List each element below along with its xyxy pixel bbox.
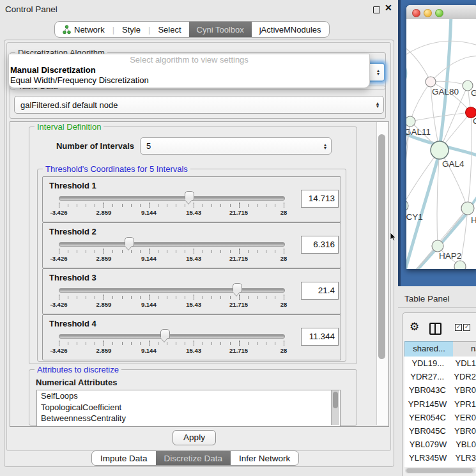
slider-minor-ticks [59, 296, 284, 299]
horizontal-scrollbar[interactable] [405, 468, 475, 473]
tab-select[interactable]: Select [150, 22, 188, 37]
threshold-slider-track[interactable] [59, 334, 285, 339]
table-row[interactable]: YLR345WYLR3 [404, 451, 476, 464]
threshold-value-field[interactable]: 11.344 [301, 328, 339, 346]
tab-impute-data[interactable]: Impute Data [92, 451, 156, 465]
network-canvas[interactable]: GAL80 GA C GAL11 GAL4 GCY1 H HAP2 [406, 19, 476, 269]
close-icon[interactable]: ✕ [385, 3, 392, 13]
threshold-label: Threshold 3 [49, 273, 96, 282]
checkbox-checked-icon[interactable]: ✓ [455, 324, 462, 331]
network-window-titlebar[interactable] [406, 5, 476, 20]
tick-label: 2.859 [96, 255, 112, 262]
tick-label: 9.144 [141, 347, 157, 354]
tick-label: 21.715 [229, 209, 248, 216]
table-row[interactable]: YIL053CYIL0 [404, 465, 476, 468]
tick-label: 15.43 [186, 347, 201, 354]
menu-item-equal-width-frequency[interactable]: Equal Width/Frequency Discretization [9, 75, 369, 86]
tick-label: -3.426 [50, 301, 68, 308]
node-gal4[interactable] [431, 141, 449, 159]
float-window-icon[interactable] [373, 6, 380, 13]
tab-style[interactable]: Style | [114, 22, 150, 37]
table-row[interactable]: YDL19...YDL1 [404, 357, 476, 370]
tick-label: 28 [280, 209, 288, 216]
tick-label: 28 [280, 255, 288, 262]
threshold-panel-2: Threshold 2 -3.426 2.859 9.144 15.43 21.… [42, 222, 341, 268]
node-label: GA [471, 88, 476, 98]
threshold-value-field[interactable]: 6.316 [301, 236, 339, 254]
tick-label: -3.426 [50, 347, 68, 354]
top-tab-bar: Network | Style | Select Cyni Toolbox jA… [54, 21, 330, 38]
attributes-list-scrollbar[interactable] [331, 390, 339, 425]
node-gal11[interactable] [406, 116, 415, 127]
tab-select-label: Select [158, 25, 181, 35]
interval-definition-label: Interval Definition [35, 122, 104, 132]
threshold-slider-track[interactable] [59, 288, 285, 293]
node-gcy1[interactable] [406, 200, 408, 211]
table-row[interactable]: YBL079WYBL0 [404, 438, 476, 451]
node-h[interactable] [461, 202, 474, 215]
table-row[interactable]: YBR043CYBR0 [404, 383, 476, 397]
thresholds-group-label: Threshold's Coordinates for 5 Intervals [43, 164, 190, 174]
split-columns-icon[interactable] [429, 323, 441, 335]
threshold-slider-track[interactable] [59, 242, 285, 247]
node-hap2[interactable] [432, 240, 443, 252]
tab-network[interactable]: Network | [55, 22, 114, 37]
tab-cyni-toolbox[interactable]: Cyni Toolbox [189, 22, 252, 37]
list-item[interactable]: BetweennessCentrality [37, 413, 340, 424]
slider-minor-ticks [59, 342, 284, 345]
gear-icon[interactable]: ⚙ [410, 320, 419, 334]
node-bottom[interactable] [454, 261, 466, 269]
divider [398, 307, 476, 308]
node-label: C [473, 116, 476, 126]
num-intervals-value: 5 [146, 141, 151, 151]
column-checkboxes[interactable]: ✓ ✓ [455, 324, 470, 331]
table-row[interactable]: YBR045CYBR0 [404, 424, 476, 438]
close-traffic-light-icon[interactable] [412, 9, 420, 17]
tab-discretize-data-label: Discretize Data [164, 454, 223, 463]
tick-label: 21.715 [229, 347, 248, 354]
slider-thumb[interactable] [185, 191, 194, 201]
vertical-scrollbar-thumb[interactable] [378, 134, 385, 359]
node-table[interactable]: YDL19...YDL1 YDR27...YDR2 YBR043CYBR0 YP… [404, 357, 476, 467]
slider-minor-ticks [59, 204, 284, 207]
tab-network-label: Network [74, 25, 105, 35]
table-row[interactable]: YPR145WYPR1 [404, 397, 476, 411]
application-window: Control Panel ✕ Network | Style | Select… [0, 0, 476, 476]
list-item[interactable]: TopologicalCoefficient [37, 402, 340, 413]
stepper-arrows-icon: ▲▼ [319, 143, 331, 150]
apply-button[interactable]: Apply [173, 430, 216, 445]
threshold-label: Threshold 2 [49, 227, 96, 236]
minimize-traffic-light-icon[interactable] [424, 9, 432, 17]
zoom-traffic-light-icon[interactable] [435, 9, 443, 17]
threshold-value-field[interactable]: 14.713 [301, 190, 339, 208]
threshold-panel-4: Threshold 4 -3.426 2.859 9.144 15.43 21.… [42, 314, 341, 360]
attributes-list[interactable]: SelfLoops TopologicalCoefficient Between… [36, 390, 341, 427]
tab-infer-network[interactable]: Infer Network [231, 451, 298, 465]
tick-label: 21.715 [229, 255, 248, 262]
tick-label: 9.144 [141, 209, 157, 216]
threshold-slider-track[interactable] [59, 196, 285, 201]
checkbox-checked-icon[interactable]: ✓ [463, 324, 470, 331]
slider-thumb[interactable] [233, 283, 242, 293]
tick-label: 21.715 [229, 301, 248, 308]
node-gal80[interactable] [426, 77, 436, 87]
threshold-value-field[interactable]: 21.4 [301, 282, 339, 300]
tab-discretize-data[interactable]: Discretize Data [156, 451, 231, 465]
num-intervals-spinner[interactable]: 5 ▲▼ [140, 137, 332, 155]
list-item[interactable]: SelfLoops [37, 390, 340, 402]
mouse-cursor [390, 233, 397, 242]
bottom-tab-bar: Impute Data Discretize Data Infer Networ… [91, 450, 299, 466]
slider-thumb[interactable] [160, 329, 170, 339]
num-intervals-label: Number of Intervals [38, 141, 134, 151]
menu-item-manual-discretization[interactable]: Manual Discretization [9, 65, 369, 75]
table-data-select[interactable]: galFiltered.sif default node ▲▼ [14, 96, 384, 114]
tab-jactivemnodules[interactable]: jActiveMNodules [252, 22, 329, 37]
stepper-arrows-icon: ▲▼ [372, 102, 383, 108]
table-row[interactable]: YER054CYER0 [404, 411, 476, 424]
horizontal-scrollbar-thumb[interactable] [406, 468, 473, 473]
table-row[interactable]: YDR27...YDR2 [404, 370, 476, 383]
column-header-shared-name[interactable]: shared... [404, 341, 454, 357]
slider-thumb[interactable] [125, 237, 134, 247]
column-header-name[interactable]: na [453, 341, 476, 357]
tick-label: 2.859 [96, 209, 112, 216]
